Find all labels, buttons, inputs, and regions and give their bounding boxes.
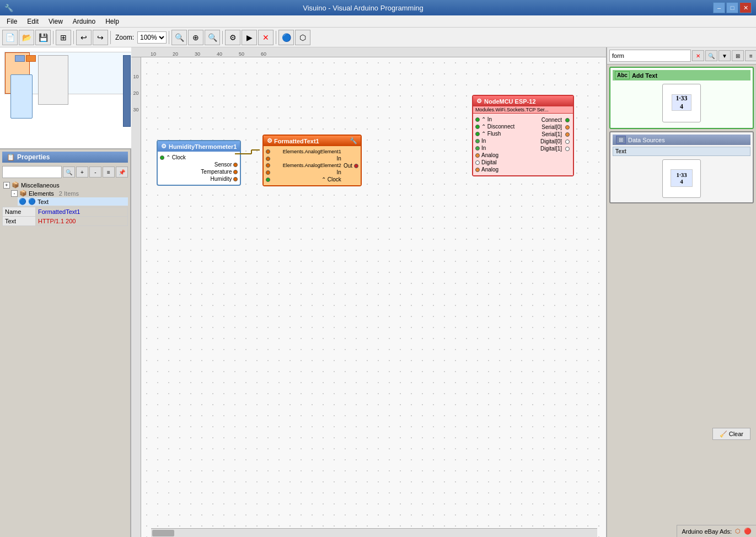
clear-button[interactable]: 🧹 Clear — [712, 428, 750, 440]
zoom-out-button[interactable]: 🔍 — [205, 30, 220, 45]
prop-name-label: Name — [3, 207, 36, 217]
palette-expand-btn[interactable]: ⊞ — [732, 50, 744, 61]
grid-button[interactable]: ⊞ — [56, 30, 71, 45]
tree-expand-misc[interactable]: + — [3, 182, 10, 189]
formatted-title: FormattedText1 — [274, 138, 319, 144]
properties-table: Name FormattedText1 Text HTTP/1.1 200 — [2, 207, 128, 226]
close-button[interactable]: ✕ — [739, 2, 752, 13]
fport-in2[interactable]: In — [264, 169, 344, 176]
prop-find-button[interactable]: 🔍 — [63, 167, 75, 178]
new-button[interactable]: 📄 — [2, 30, 18, 45]
prop-text-value[interactable]: HTTP/1.1 200 — [36, 217, 128, 226]
formatted-settings-icon[interactable]: 🔧 — [350, 137, 357, 144]
nmcu-port-in3[interactable]: In — [473, 144, 537, 152]
nmcu-rport-connect[interactable]: Connect — [538, 116, 572, 123]
menu-view[interactable]: View — [44, 17, 67, 26]
menu-arduino[interactable]: Arduino — [68, 17, 100, 26]
zoom-select[interactable]: 50% 75% 100% 125% 150% 200% — [137, 31, 167, 44]
upload-button[interactable]: ▶ — [242, 30, 257, 45]
tree-elements[interactable]: - 📦 Elements 2 Items — [10, 189, 128, 197]
toolbar-separator-6 — [276, 31, 276, 44]
preview-vertical — [123, 55, 131, 127]
nmcu-port-digital[interactable]: Digital — [473, 159, 537, 166]
canvas-area[interactable]: 10 20 30 40 50 60 10 20 30 ⚙ — [131, 47, 607, 537]
menu-edit[interactable]: Edit — [23, 17, 43, 26]
tree-expand-elements[interactable]: - — [11, 190, 18, 197]
tree-text-item[interactable]: 🔵 🔵 Text — [18, 197, 128, 206]
menu-file[interactable]: File — [2, 17, 22, 26]
port-temperature[interactable]: Temperature — [158, 168, 240, 175]
delete-button[interactable]: ✕ — [258, 30, 274, 45]
sensor-label: Sensor — [215, 162, 232, 168]
prop-sort-button[interactable]: ≡ — [103, 167, 115, 178]
arduino-button[interactable]: 🔵 — [278, 30, 294, 45]
scrollbar-thumb[interactable] — [152, 530, 174, 536]
redo-button[interactable]: ↪ — [93, 30, 108, 45]
prop-name-value[interactable]: FormattedText1 — [36, 207, 128, 217]
titlebar: 🔧 Visuino - Visual Arduino Programming –… — [0, 0, 756, 15]
nmcu-rport-digital1[interactable]: Digital[1] — [538, 145, 572, 152]
text-tree-subicon: 🔵 — [28, 198, 36, 205]
undo-button[interactable]: ↩ — [76, 30, 92, 45]
port-sensor[interactable]: Sensor — [158, 161, 240, 168]
palette-add-text-item[interactable]: 1·334 — [662, 84, 701, 122]
palette-search-btn[interactable]: 🔍 — [705, 50, 717, 61]
prop-expand-button[interactable]: + — [76, 167, 88, 178]
palette-search-input[interactable] — [609, 50, 691, 62]
properties-panel: 📋 Properties 🔍 + - ≡ 📌 + 📦 Miscellaneous — [0, 149, 130, 537]
fport-elem2[interactable]: Elements.AnalogElement2 — [264, 162, 344, 169]
menu-help[interactable]: Help — [101, 17, 124, 26]
open-button[interactable]: 📂 — [19, 30, 34, 45]
prop-pin-button[interactable]: 📌 — [116, 167, 128, 178]
nmcu-port-in[interactable]: ⌃ In — [473, 116, 537, 123]
humidity-block[interactable]: ⚙ HumidityThermometer1 ⌃ Clock Sens — [157, 140, 241, 186]
settings-button[interactable]: ⬡ — [295, 30, 310, 45]
nodemcu-header[interactable]: ⚙ NodeMCU ESP-12 — [473, 96, 573, 106]
fport-clock[interactable]: ⌃ Clock — [264, 176, 344, 183]
port-humidity[interactable]: Humidity — [158, 175, 240, 182]
text-subsection-header: Text — [613, 147, 750, 156]
nmcu-port-in2[interactable]: In — [473, 137, 537, 144]
nmcu-digital-dot — [475, 160, 480, 165]
nmcu-port-analog2[interactable]: Analog — [473, 166, 537, 173]
palette-clear-btn[interactable]: ✕ — [692, 50, 704, 61]
nodemcu-block[interactable]: ⚙ NodeMCU ESP-12 Modules.WiFi.Sockets.TC… — [472, 95, 574, 176]
add-text-header[interactable]: Abc Add Text — [613, 70, 750, 80]
nmcu-in2-label: In — [481, 138, 486, 144]
app-icon: 🔧 — [4, 4, 13, 12]
nmcu-port-analog[interactable]: Analog — [473, 152, 537, 159]
formatted-header[interactable]: ⚙ FormattedText1 🔧 — [264, 136, 361, 146]
nmcu-port-flush[interactable]: ⌃ Flush — [473, 130, 537, 137]
save-button[interactable]: 💾 — [35, 30, 51, 45]
zoom-fit-button[interactable]: ⊕ — [188, 30, 203, 45]
horizontal-scrollbar[interactable] — [151, 528, 597, 537]
fport-in1[interactable]: In — [264, 155, 344, 162]
palette-text-datasource-item[interactable]: 1·334 — [662, 159, 701, 198]
port-clock[interactable]: ⌃ Clock — [158, 154, 240, 161]
data-sources-header[interactable]: ⊞ Data Sources — [613, 135, 750, 145]
canvas-content[interactable]: ⚙ HumidityThermometer1 ⌃ Clock Sens — [141, 57, 606, 537]
properties-search[interactable] — [2, 166, 62, 178]
prop-text-label: Text — [3, 217, 36, 226]
out-label: Out — [344, 163, 352, 169]
palette-more-btn[interactable]: ≡ — [745, 50, 756, 61]
minimize-button[interactable]: – — [713, 2, 725, 13]
nmcu-rport-serial1[interactable]: Serial[1] — [538, 131, 572, 138]
maximize-button[interactable]: □ — [726, 2, 738, 13]
formatted-block[interactable]: ⚙ FormattedText1 🔧 Elements.AnalogElemen… — [262, 135, 362, 186]
nmcu-rport-serial0[interactable]: Serial[0] — [538, 123, 572, 131]
prop-collapse-button[interactable]: - — [89, 167, 101, 178]
fport-elem1[interactable]: Elements.AnalogElement1 — [264, 148, 344, 155]
humidity-header[interactable]: ⚙ HumidityThermometer1 — [158, 141, 240, 152]
compile-button[interactable]: ⚙ — [225, 30, 240, 45]
palette-filter-btn[interactable]: ▼ — [719, 50, 731, 61]
nodemcu-subtitle: Modules.WiFi.Sockets.TCP Ser... — [473, 106, 573, 114]
zoom-in-button[interactable]: 🔍 — [171, 30, 187, 45]
toolbar-separator-3 — [110, 31, 111, 44]
ruler-mark-20: 20 — [164, 51, 186, 57]
out-dot — [354, 164, 358, 168]
clock-pin-dot — [160, 155, 164, 160]
nmcu-port-disconnect[interactable]: ⌃ Disconnect — [473, 123, 537, 130]
nmcu-rport-digital0[interactable]: Digital[0] — [538, 138, 572, 145]
tree-miscellaneous[interactable]: + 📦 Miscellaneous — [2, 181, 128, 189]
